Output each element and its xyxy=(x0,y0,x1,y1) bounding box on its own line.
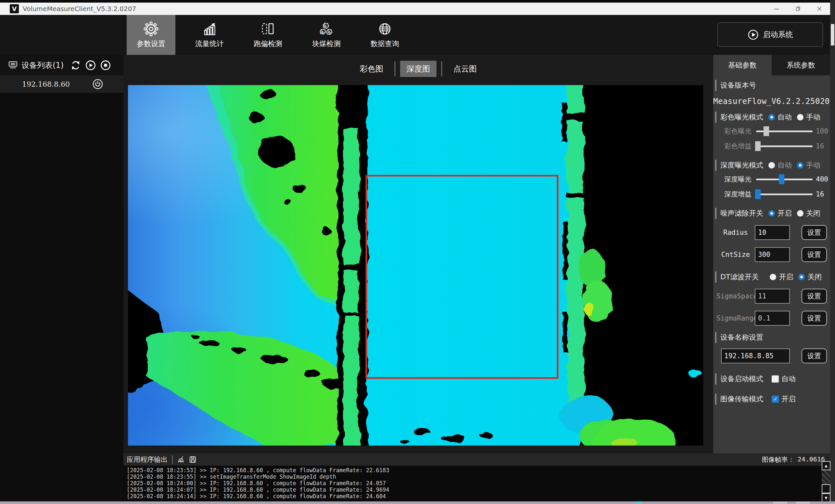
transfer-mode-checkbox-label[interactable]: 开启 xyxy=(781,394,796,404)
noise-filter-on-radio[interactable] xyxy=(769,210,775,217)
depth-map-image xyxy=(128,85,703,446)
depth-exposure-manual-label[interactable]: 手动 xyxy=(806,160,820,170)
restore-button[interactable] xyxy=(787,3,809,15)
slider-handle[interactable] xyxy=(755,141,761,151)
close-button[interactable] xyxy=(809,3,830,15)
stop-all-button[interactable] xyxy=(100,60,111,71)
log-lines: [2025-02-08 18:23:53] >> IP: 192.168.8.6… xyxy=(123,466,830,500)
dt-filter-on-label[interactable]: 开启 xyxy=(779,272,793,282)
globe-icon xyxy=(378,21,392,36)
minimize-button[interactable] xyxy=(766,3,787,15)
tab-flow-statistics[interactable]: 流量统计 xyxy=(185,15,234,55)
color-exposure-manual-radio[interactable] xyxy=(797,114,803,120)
clear-log-button[interactable] xyxy=(177,456,185,463)
sigmarange-set-button[interactable]: 设置 xyxy=(801,311,827,326)
start-all-button[interactable] xyxy=(85,60,96,71)
color-exposure-manual-label[interactable]: 手动 xyxy=(806,113,820,122)
scrollbar-thumb[interactable] xyxy=(822,484,831,493)
dt-filter-off-label[interactable]: 关闭 xyxy=(808,272,822,282)
cntsize-set-button[interactable]: 设置 xyxy=(801,247,827,262)
section-depth-exposure: 深度曝光模式 自动 手动 xyxy=(715,160,830,171)
radius-field-row: Radius 10 设置 xyxy=(716,224,827,241)
tab-color-image[interactable]: 彩色图 xyxy=(353,61,390,77)
sigmarange-field-row: SigmaRange 0.1 设置 xyxy=(716,310,827,327)
dt-filter-on-radio[interactable] xyxy=(770,274,776,280)
log-line: [2025-02-08 18:23:53] >> IP: 192.168.8.6… xyxy=(127,467,830,473)
log-scrollbar[interactable]: ▲ ▼ xyxy=(822,461,831,502)
section-dt-filter: DT滤波开关 开启 关闭 xyxy=(715,271,830,283)
tab-parameter-settings[interactable]: 参数设置 xyxy=(127,15,176,55)
tab-label: 块煤检测 xyxy=(312,39,341,49)
device-name-set-button[interactable]: 设置 xyxy=(801,348,827,363)
noise-filter-on-label[interactable]: 开启 xyxy=(777,208,792,218)
color-exposure-auto-radio[interactable] xyxy=(769,114,775,120)
device-row[interactable]: 192.168.8.60 xyxy=(0,75,123,93)
play-circle-icon xyxy=(85,60,96,71)
scrollbar-track[interactable] xyxy=(822,470,831,484)
bar-chart-icon xyxy=(202,21,217,36)
depth-exposure-slider[interactable] xyxy=(756,175,813,184)
log-line: [2025-02-08 18:24:14] >> IP: 192.168.8.6… xyxy=(127,493,830,500)
refresh-devices-button[interactable] xyxy=(70,60,81,71)
sigmarange-input[interactable]: 0.1 xyxy=(755,311,790,326)
depth-exposure-auto-radio[interactable] xyxy=(769,162,775,168)
taskbar-pill xyxy=(796,502,810,504)
noise-filter-off-radio[interactable] xyxy=(797,210,803,217)
tab-depth-image[interactable]: 深度图 xyxy=(400,61,436,77)
sigmaspace-input[interactable]: 11 xyxy=(755,289,790,304)
slider-handle[interactable] xyxy=(755,189,761,199)
save-log-button[interactable] xyxy=(189,456,197,463)
gear-icon xyxy=(144,21,159,36)
save-icon xyxy=(189,456,197,463)
tab-basic-params[interactable]: 基础参数 xyxy=(713,55,772,75)
tab-label: 数据查询 xyxy=(371,39,399,49)
image-viewer: 彩色图 深度图 点云图 xyxy=(123,55,713,453)
tab-coal-detection[interactable]: 块煤检测 xyxy=(302,15,351,55)
log-header: 应用程序输出 图像帧率：24.0616 xyxy=(123,453,830,466)
depth-map-render xyxy=(128,85,703,446)
color-exposure-slider[interactable] xyxy=(756,126,813,136)
tab-separator xyxy=(441,61,442,76)
radius-input[interactable]: 10 xyxy=(755,225,790,240)
slider-handle[interactable] xyxy=(779,175,784,184)
transfer-mode-checkbox[interactable]: ✓ xyxy=(772,396,779,403)
dt-filter-off-radio[interactable] xyxy=(798,274,805,280)
radius-set-button[interactable]: 设置 xyxy=(801,225,827,240)
color-gain-slider-row: 彩色增益 16 xyxy=(713,140,830,153)
device-name-input[interactable]: 192.168.8.85 xyxy=(721,348,790,363)
device-ip: 192.168.8.60 xyxy=(22,80,70,88)
cntsize-field-row: CntSize 300 设置 xyxy=(716,246,827,263)
app-logo: V xyxy=(10,4,19,13)
depth-gain-slider[interactable] xyxy=(756,189,813,199)
section-transfer-mode: 图像传输模式 ✓ 开启 xyxy=(715,394,830,405)
start-mode-checkbox[interactable] xyxy=(772,376,779,383)
device-power-button[interactable] xyxy=(92,79,103,89)
window-scrollbar-track[interactable] xyxy=(830,0,835,504)
depth-exposure-manual-radio[interactable] xyxy=(797,162,803,168)
taskbar-pill xyxy=(773,502,787,504)
tab-data-query[interactable]: 数据查询 xyxy=(361,15,409,55)
noise-filter-off-label[interactable]: 关闭 xyxy=(806,208,820,218)
start-system-label: 启动系统 xyxy=(763,29,793,40)
device-version-value: MeasureFlow_V6.2.2.250207 xyxy=(713,97,830,106)
color-gain-slider[interactable] xyxy=(756,141,813,151)
window-top-strip xyxy=(0,0,835,3)
image-type-tabs: 彩色图 深度图 点云图 xyxy=(123,60,713,77)
sigmaspace-set-button[interactable]: 设置 xyxy=(801,289,827,304)
tab-system-params[interactable]: 系统参数 xyxy=(772,55,830,75)
cntsize-input[interactable]: 300 xyxy=(755,247,790,262)
scroll-down-button[interactable]: ▼ xyxy=(822,493,831,502)
start-mode-checkbox-label[interactable]: 自动 xyxy=(781,374,796,384)
color-exposure-auto-label[interactable]: 自动 xyxy=(777,113,792,122)
slider-handle[interactable] xyxy=(763,126,769,136)
depth-exposure-slider-row: 深度曝光 400 xyxy=(713,173,830,186)
log-line: [2025-02-08 18:23:55] >> setImageTransfe… xyxy=(127,473,830,480)
depth-exposure-auto-label[interactable]: 自动 xyxy=(777,160,792,170)
tab-deviation-detection[interactable]: 跑偏检测 xyxy=(244,15,292,55)
window-scrollbar-thumb[interactable] xyxy=(831,24,834,45)
log-title: 应用程序输出 xyxy=(127,455,168,464)
start-system-button[interactable]: 启动系统 xyxy=(717,22,823,47)
tab-pointcloud-image[interactable]: 点云图 xyxy=(447,61,483,77)
close-icon xyxy=(817,6,822,12)
scroll-up-button[interactable]: ▲ xyxy=(822,461,831,470)
